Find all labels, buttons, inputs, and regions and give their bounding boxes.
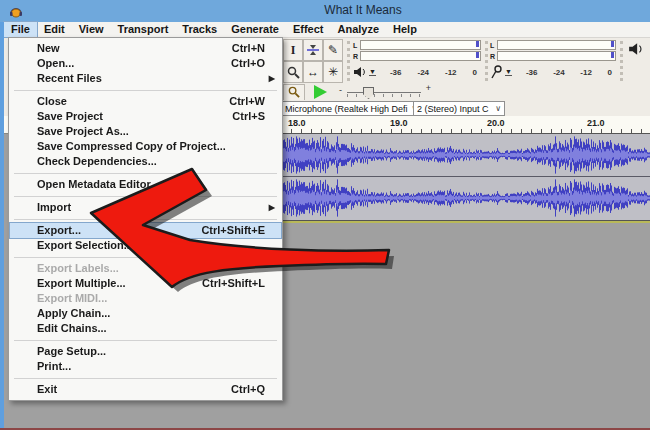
playback-meter-scale: -36 -24 -12 0 xyxy=(376,68,481,77)
menu-item-import[interactable]: Import▶ xyxy=(10,200,281,215)
meter-clip-mark xyxy=(611,41,614,47)
playback-meter-left[interactable] xyxy=(360,40,481,50)
menubar: File Edit View Transport Tracks Generate… xyxy=(4,22,650,38)
ruler-label: 21.0 xyxy=(587,118,605,128)
multi-tool-button[interactable]: ✳ xyxy=(323,61,343,83)
recording-meter-left[interactable] xyxy=(497,40,616,50)
scale-tick: -12 xyxy=(580,68,592,77)
menu-item-print[interactable]: Print... xyxy=(10,359,281,374)
menu-item-recent-files[interactable]: Recent Files▶ xyxy=(10,71,281,86)
zoom-button[interactable] xyxy=(283,84,305,101)
toolbar-grip[interactable] xyxy=(347,41,350,81)
input-channels-value: 2 (Stereo) Input C xyxy=(417,104,489,114)
tools-toolbar: I ✎ ↔ ✳ xyxy=(283,39,343,83)
recording-meter-scale: -36 -24 -12 0 xyxy=(512,68,616,77)
scale-tick: -24 xyxy=(553,68,565,77)
slider-thumb[interactable] xyxy=(363,87,374,99)
meter-clip-mark xyxy=(611,52,614,58)
menu-edit[interactable]: Edit xyxy=(37,22,72,37)
toolbar-grip[interactable] xyxy=(620,41,623,81)
menu-analyze[interactable]: Analyze xyxy=(330,22,386,37)
slider-track xyxy=(347,92,421,93)
menu-item-export[interactable]: Export...Ctrl+Shift+E xyxy=(10,223,281,238)
playback-meter-dropdown[interactable]: ▼ xyxy=(369,68,376,76)
multi-tool-icon: ✳ xyxy=(328,65,338,79)
menu-item-new[interactable]: NewCtrl+N xyxy=(10,41,281,56)
menu-item-open[interactable]: Open...Ctrl+O xyxy=(10,56,281,71)
file-menu-dropdown: NewCtrl+N Open...Ctrl+O Recent Files▶ Cl… xyxy=(8,37,283,401)
menu-separator xyxy=(10,374,281,382)
waveform-right-channel[interactable] xyxy=(278,177,650,219)
slider-ticks xyxy=(347,94,421,97)
track-bottom-edge xyxy=(277,221,650,223)
meter-left-label: L xyxy=(490,41,497,50)
audio-track xyxy=(277,133,650,221)
playback-meter-right[interactable] xyxy=(360,51,481,61)
envelope-icon xyxy=(306,44,320,56)
playback-meter-toolbar: L R ▼ -36 -24 -12 0 xyxy=(353,40,481,84)
scale-tick: -36 xyxy=(390,68,402,77)
menu-separator xyxy=(10,169,281,177)
menu-item-close[interactable]: CloseCtrl+W xyxy=(10,94,281,109)
menu-separator xyxy=(10,86,281,94)
meter-left-label: L xyxy=(353,41,360,50)
menu-item-open-metadata-editor[interactable]: Open Metadata Editor... xyxy=(10,177,281,192)
meter-clip-mark xyxy=(476,52,479,58)
ibeam-icon: I xyxy=(291,43,296,58)
scale-tick: -24 xyxy=(417,68,429,77)
menu-item-save-compressed-copy[interactable]: Save Compressed Copy of Project... xyxy=(10,139,281,154)
ruler-label: 18.0 xyxy=(288,118,306,128)
menu-generate[interactable]: Generate xyxy=(224,22,286,37)
scale-tick: -36 xyxy=(526,68,538,77)
menu-item-check-dependencies[interactable]: Check Dependencies... xyxy=(10,154,281,169)
window-left-border xyxy=(0,22,4,430)
zoom-tool-button[interactable] xyxy=(283,61,303,83)
magnifier-icon xyxy=(288,86,300,98)
chevron-down-icon: ∨ xyxy=(491,104,501,113)
menu-item-export-labels: Export Labels... xyxy=(10,261,281,276)
menu-item-edit-chains[interactable]: Edit Chains... xyxy=(10,321,281,336)
recording-meter-toolbar: L R ▼ -36 -24 -12 0 xyxy=(490,40,616,84)
recording-meter-right[interactable] xyxy=(497,51,616,61)
draw-tool-button[interactable]: ✎ xyxy=(323,39,343,61)
menu-view[interactable]: View xyxy=(72,22,111,37)
slider-minus-label: - xyxy=(339,85,342,95)
meter-right-label: R xyxy=(490,52,497,61)
menu-tracks[interactable]: Tracks xyxy=(175,22,224,37)
menu-item-apply-chain[interactable]: Apply Chain... xyxy=(10,306,281,321)
menu-item-export-midi: Export MIDI... xyxy=(10,291,281,306)
input-channels-select[interactable]: 2 (Stereo) Input C ∨ xyxy=(413,101,505,116)
input-device-select[interactable]: Microphone (Realtek High Defi ∨ xyxy=(281,101,416,116)
mixer-speaker-icon xyxy=(628,42,644,56)
menu-item-export-multiple[interactable]: Export Multiple...Ctrl+Shift+L xyxy=(10,276,281,291)
menu-effect[interactable]: Effect xyxy=(286,22,331,37)
transport-toolbar: - + xyxy=(283,84,643,100)
input-device-value: Microphone (Realtek High Defi xyxy=(285,104,408,114)
menu-item-export-selection[interactable]: Export Selection... xyxy=(10,238,281,253)
menu-item-save-project-as[interactable]: Save Project As... xyxy=(10,124,281,139)
waveform-left-channel[interactable] xyxy=(278,134,650,176)
microphone-icon xyxy=(490,65,503,79)
envelope-tool-button[interactable] xyxy=(303,39,323,61)
speaker-icon xyxy=(353,66,367,78)
magnifier-icon xyxy=(287,66,300,79)
toolbar-grip[interactable] xyxy=(485,41,488,81)
window-title: What It Means xyxy=(324,3,401,17)
mixer-gain-slider[interactable]: - + xyxy=(339,86,431,98)
scale-tick: 0 xyxy=(608,68,612,77)
ruler-label: 19.0 xyxy=(390,118,408,128)
meter-right-label: R xyxy=(353,52,360,61)
menu-file[interactable]: File xyxy=(4,22,37,37)
menu-transport[interactable]: Transport xyxy=(111,22,176,37)
menu-help[interactable]: Help xyxy=(386,22,424,37)
menu-item-save-project[interactable]: Save ProjectCtrl+S xyxy=(10,109,281,124)
slider-plus-label: + xyxy=(426,83,431,93)
timeshift-tool-button[interactable]: ↔ xyxy=(303,61,323,83)
selection-tool-button[interactable]: I xyxy=(283,39,303,61)
menu-separator xyxy=(10,192,281,200)
menu-item-page-setup[interactable]: Page Setup... xyxy=(10,344,281,359)
submenu-arrow-icon: ▶ xyxy=(269,71,275,86)
play-button[interactable] xyxy=(314,85,327,99)
menu-item-exit[interactable]: ExitCtrl+Q xyxy=(10,382,281,397)
recording-meter-dropdown[interactable]: ▼ xyxy=(505,68,512,76)
